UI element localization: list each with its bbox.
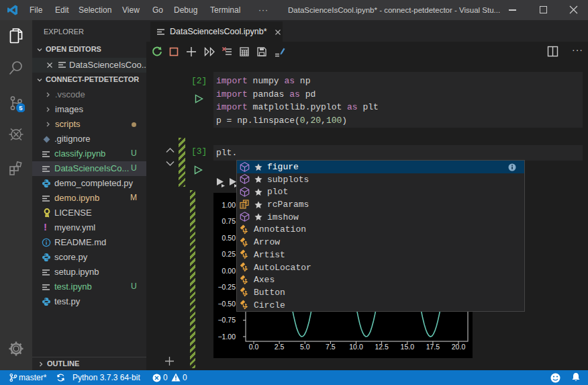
svg-text:5: 5 bbox=[19, 104, 23, 112]
svg-text:−0.25: −0.25 bbox=[217, 283, 236, 291]
svg-text:1.00: 1.00 bbox=[222, 201, 236, 209]
svg-text:0.25: 0.25 bbox=[222, 250, 236, 258]
svg-text:−0.75: −0.75 bbox=[217, 316, 236, 324]
svg-text:0.00: 0.00 bbox=[222, 267, 236, 275]
svg-text:0.75: 0.75 bbox=[222, 217, 236, 225]
svg-text:−0.50: −0.50 bbox=[217, 300, 236, 308]
svg-text:0.50: 0.50 bbox=[222, 234, 236, 242]
svg-text:−1.00: −1.00 bbox=[217, 333, 236, 341]
